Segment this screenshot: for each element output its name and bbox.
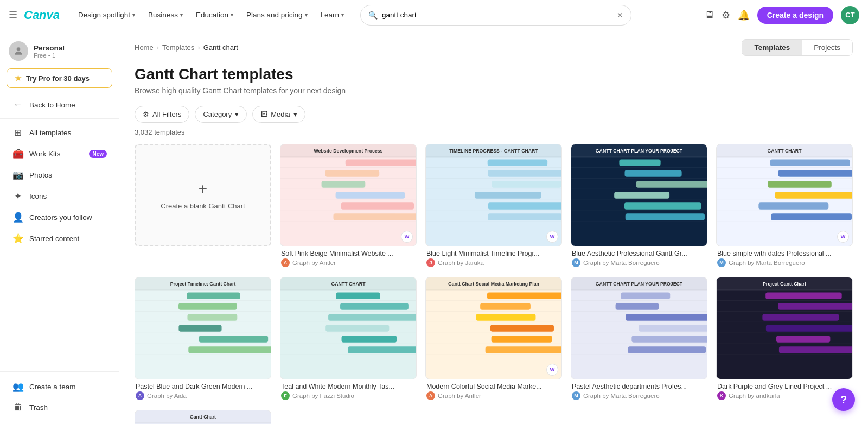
template-card[interactable]: GANTT CHART W Blue simple with dates Pro… <box>716 144 853 268</box>
template-card[interactable]: Project Gantt Chart Dark Purple and Grey… <box>716 277 853 401</box>
nav-right: 🖥 ⚙ 🔔 Create a design CT <box>704 6 859 24</box>
search-icon: 🔍 <box>368 11 378 20</box>
chevron-icon: ▾ <box>180 12 183 18</box>
tab-templates[interactable]: Templates <box>742 40 802 55</box>
sidebar-item-all-templates[interactable]: ⊞ All templates <box>3 123 116 143</box>
template-name: Blue simple with dates Professional ... <box>717 250 852 257</box>
template-thumbnail: Project Gantt Chart <box>716 277 853 379</box>
chevron-down-icon: ▾ <box>235 110 239 118</box>
template-info: Pastel Blue and Dark Green Modern ... A … <box>135 379 271 401</box>
template-card[interactable]: GANTT CHART PLAN YOUR PROJECT Pastel Aes… <box>571 277 707 401</box>
template-card[interactable]: GANTT CHART PLAN YOUR PROJECT Blue Aesth… <box>571 144 707 268</box>
template-author: M Graph by Marta Borreguero <box>572 258 706 267</box>
media-filter-button[interactable]: 🖼 Media ▾ <box>252 106 305 123</box>
template-card[interactable]: Gantt Chart Social Media Marketing Plan … <box>425 277 562 401</box>
logo[interactable]: Canva <box>24 8 60 22</box>
page-header: Gantt Chart templates Browse high qualit… <box>119 56 868 100</box>
bell-icon[interactable]: 🔔 <box>738 9 750 21</box>
nav-business[interactable]: Business ▾ <box>143 8 188 22</box>
search-clear-icon[interactable]: ✕ <box>617 11 623 20</box>
template-thumbnail: GANTT CHART <box>280 277 417 379</box>
template-thumbnail: GANTT CHART PLAN YOUR PROJECT <box>571 144 707 246</box>
template-name: Dark Purple and Grey Lined Project ... <box>717 383 852 390</box>
template-author: A Graph by Antler <box>281 258 416 267</box>
breadcrumb-sep-2: › <box>197 43 200 52</box>
template-author: M Graph by Marta Borreguero <box>717 258 852 267</box>
nav-plans-pricing[interactable]: Plans and pricing ▾ <box>241 8 313 22</box>
template-name: Blue Light Minimalist Timeline Progr... <box>426 250 561 257</box>
template-author: J Graph by Jaruka <box>426 258 561 267</box>
plus-icon: + <box>199 180 207 198</box>
template-card[interactable]: Gantt Chart Gantt Chart Marketing Busine… <box>135 410 271 424</box>
sidebar-item-creators[interactable]: 👤 Creators you follow <box>3 207 116 227</box>
back-icon: ← <box>12 99 24 110</box>
sidebar-item-work-kits[interactable]: 🧰 Work Kits New <box>3 144 116 164</box>
pro-badge: W <box>546 231 558 243</box>
filter-bar: ⚙ All Filters Category ▾ 🖼 Media ▾ <box>119 100 868 128</box>
author-avatar: K <box>717 391 726 400</box>
template-thumbnail: GANTT CHART PLAN YOUR PROJECT <box>571 277 707 379</box>
template-info: Blue Aesthetic Professional Gantt Gr... … <box>571 246 707 268</box>
settings-icon[interactable]: ⚙ <box>722 9 730 21</box>
blank-template-card[interactable]: + Create a blank Gantt Chart <box>135 144 271 268</box>
template-thumbnail: Gantt Chart <box>135 410 271 424</box>
sidebar-bottom: 👥 Create a team 🗑 Trash <box>0 371 119 417</box>
search-bar[interactable]: 🔍 ✕ <box>360 5 631 26</box>
blank-card-thumb[interactable]: + Create a blank Gantt Chart <box>135 144 271 246</box>
help-button[interactable]: ? <box>832 388 855 411</box>
user-info: Personal Free • 1 <box>34 44 65 59</box>
template-card[interactable]: Website Development Process W Soft Pink … <box>280 144 417 268</box>
user-name: Personal <box>34 44 65 52</box>
all-filters-button[interactable]: ⚙ All Filters <box>135 106 189 123</box>
sidebar-item-photos[interactable]: 📷 Photos <box>3 165 116 185</box>
breadcrumb-templates[interactable]: Templates <box>162 43 194 52</box>
chevron-icon: ▾ <box>132 12 135 18</box>
filter-icon: ⚙ <box>143 110 149 118</box>
nav-education[interactable]: Education ▾ <box>190 8 239 22</box>
template-info: Pastel Aesthetic departments Profes... M… <box>571 379 707 401</box>
breadcrumb-home[interactable]: Home <box>135 43 154 52</box>
sidebar-item-starred[interactable]: ⭐ Starred content <box>3 229 116 249</box>
sidebar-create-team[interactable]: 👥 Create a team <box>3 377 116 397</box>
sidebar: Personal Free • 1 ★ Try Pro for 30 days … <box>0 30 119 424</box>
template-card[interactable]: TIMELINE PROGRESS - GANTT CHART W Blue L… <box>425 144 562 268</box>
sidebar-item-icons[interactable]: ✦ Icons <box>3 186 116 206</box>
avatar[interactable]: CT <box>841 6 859 24</box>
hamburger-icon[interactable]: ☰ <box>9 9 17 21</box>
tab-projects[interactable]: Projects <box>802 40 852 55</box>
create-design-button[interactable]: Create a design <box>757 7 833 24</box>
template-info: Blue simple with dates Professional ... … <box>716 246 853 268</box>
nav-design-spotlight[interactable]: Design spotlight ▾ <box>73 8 141 22</box>
category-filter-button[interactable]: Category ▾ <box>195 106 247 123</box>
nav-learn[interactable]: Learn ▾ <box>315 8 350 22</box>
chevron-down-icon: ▾ <box>293 110 297 118</box>
template-name: Modern Colorful Social Media Marke... <box>426 383 561 390</box>
author-avatar: J <box>426 258 435 267</box>
search-input[interactable] <box>382 11 617 19</box>
try-pro-button[interactable]: ★ Try Pro for 30 days <box>7 68 112 88</box>
breadcrumb-bar: Home › Templates › Gantt chart Templates… <box>119 30 868 56</box>
template-info: Soft Pink Beige Minimalist Website ... A… <box>280 246 417 268</box>
template-author: M Graph by Marta Borreguero <box>572 391 706 400</box>
user-avatar <box>9 41 28 61</box>
sidebar-divider <box>0 118 119 119</box>
template-info: Modern Colorful Social Media Marke... A … <box>425 379 562 401</box>
author-avatar: M <box>717 258 726 267</box>
chevron-icon: ▾ <box>305 12 308 18</box>
template-thumbnail: GANTT CHART W <box>716 144 853 246</box>
breadcrumb-sep-1: › <box>157 43 159 52</box>
template-card[interactable]: GANTT CHART Teal and White Modern Monthl… <box>280 277 417 401</box>
monitor-icon[interactable]: 🖥 <box>704 9 714 21</box>
layout: Personal Free • 1 ★ Try Pro for 30 days … <box>0 30 868 424</box>
sidebar-back-home[interactable]: ← Back to Home <box>3 95 116 115</box>
template-name: Blue Aesthetic Professional Gantt Gr... <box>572 250 706 257</box>
template-card[interactable]: Project Timeline: Gantt Chart Pastel Blu… <box>135 277 271 401</box>
author-avatar: A <box>426 391 435 400</box>
user-plan: Free • 1 <box>34 52 65 59</box>
templates-grid: + Create a blank Gantt Chart Website Dev… <box>119 142 868 424</box>
author-avatar: A <box>281 258 290 267</box>
new-badge: New <box>89 150 107 158</box>
pro-badge: W <box>401 231 413 243</box>
nav-items: Design spotlight ▾ Business ▾ Education … <box>73 8 349 22</box>
sidebar-trash[interactable]: 🗑 Trash <box>3 397 116 417</box>
